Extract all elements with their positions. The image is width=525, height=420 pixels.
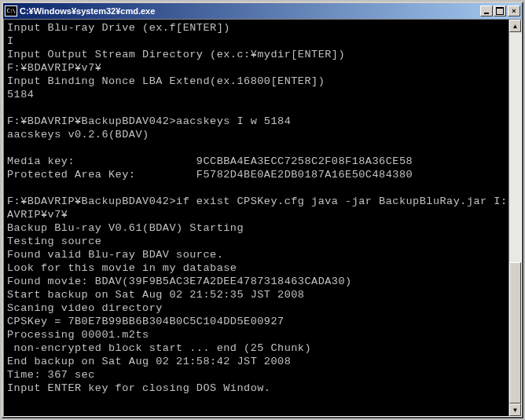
window-title: C:¥Windows¥system32¥cmd.exe bbox=[20, 6, 479, 16]
maximize-button[interactable] bbox=[494, 5, 506, 16]
titlebar[interactable]: C:\ C:¥Windows¥system32¥cmd.exe × bbox=[3, 3, 522, 19]
scroll-thumb[interactable] bbox=[509, 262, 521, 404]
console-output[interactable]: Input Blu-ray Drive (ex.f[ENTER]) I Inpu… bbox=[4, 20, 508, 416]
scroll-down-button[interactable]: ▼ bbox=[509, 404, 521, 416]
cmd-window: C:\ C:¥Windows¥system32¥cmd.exe × Input … bbox=[2, 2, 523, 418]
scroll-up-button[interactable]: ▲ bbox=[509, 20, 521, 32]
cmd-icon: C:\ bbox=[5, 5, 17, 16]
close-button[interactable]: × bbox=[508, 5, 520, 16]
window-controls: × bbox=[479, 5, 520, 16]
vertical-scrollbar[interactable]: ▲ ▼ bbox=[508, 20, 521, 416]
client-area: Input Blu-ray Drive (ex.f[ENTER]) I Inpu… bbox=[3, 19, 522, 417]
minimize-button[interactable] bbox=[480, 5, 493, 16]
scroll-track[interactable] bbox=[509, 32, 521, 404]
